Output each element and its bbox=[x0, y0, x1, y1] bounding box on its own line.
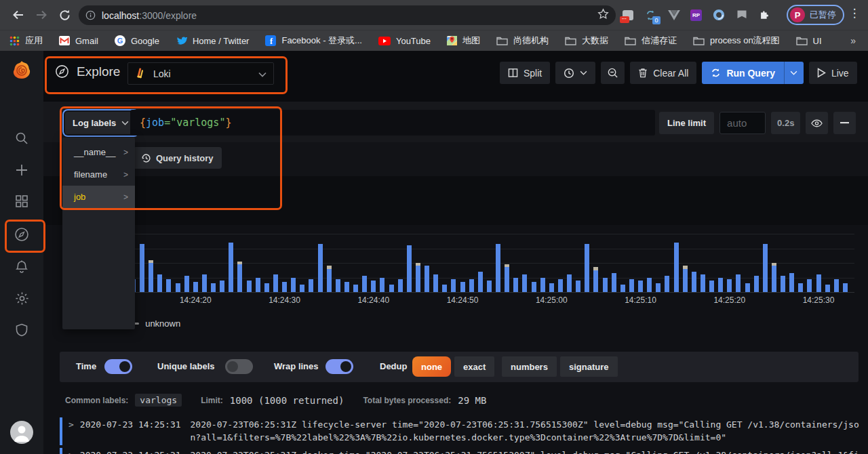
sidebar-create-icon[interactable] bbox=[0, 163, 43, 178]
bookmark-item[interactable]: process on流程图 bbox=[693, 35, 780, 47]
gridline bbox=[99, 278, 854, 278]
clock-icon bbox=[564, 68, 574, 79]
bar-debug bbox=[585, 244, 589, 292]
sidebar-search-icon[interactable] bbox=[0, 131, 43, 146]
gmail-icon bbox=[59, 36, 70, 45]
sidebar-alerting-icon[interactable] bbox=[0, 260, 43, 274]
bar-debug bbox=[309, 279, 313, 292]
dedup-option-exact[interactable]: exact bbox=[454, 356, 494, 377]
back-button[interactable] bbox=[8, 5, 28, 25]
logs-volume-chart: 01020304014:24:1014:24:2014:24:3014:24:4… bbox=[61, 225, 859, 310]
chevron-down-icon bbox=[121, 121, 129, 125]
bookmark-item[interactable]: 大数据 bbox=[565, 35, 608, 47]
log-row[interactable]: >2020-07-23 14:25:312020-07-23T06:25:31Z… bbox=[60, 417, 861, 445]
bar-debug bbox=[425, 266, 429, 292]
run-query-dropdown[interactable] bbox=[784, 62, 804, 84]
extensions-puzzle-icon[interactable] bbox=[758, 9, 771, 22]
axure-rp-extension-icon[interactable]: RP bbox=[690, 9, 702, 21]
bookmark-item[interactable]: 信浦存证 bbox=[625, 35, 677, 47]
clear-all-button[interactable]: Clear All bbox=[630, 62, 696, 84]
play-icon bbox=[817, 68, 826, 78]
query-expression-input[interactable]: {job="varlogs"} bbox=[130, 110, 655, 136]
dropdown-item-name[interactable]: __name__> bbox=[62, 141, 135, 163]
bar-debug bbox=[701, 274, 705, 292]
bar-debug bbox=[665, 276, 669, 292]
bar-debug bbox=[603, 278, 608, 293]
proxy-extension-icon[interactable]: 0 bbox=[644, 9, 657, 22]
url-bar[interactable]: localhost:3000/explore bbox=[79, 5, 616, 25]
bar-debug bbox=[718, 278, 723, 293]
ring-extension-icon[interactable] bbox=[712, 9, 725, 22]
dropdown-item-filename[interactable]: filename> bbox=[62, 163, 135, 186]
bookmarks-bar: 应用GmailGGoogleHome / TwitterfFacebook - … bbox=[0, 30, 868, 51]
log-labels-dropdown: __name__>filename>job> bbox=[62, 138, 135, 329]
bar-debug bbox=[549, 283, 554, 292]
query-history-button[interactable]: Query history bbox=[133, 147, 222, 169]
bookmark-item[interactable]: Gmail bbox=[59, 36, 98, 46]
history-icon bbox=[141, 153, 151, 163]
bar-debug bbox=[220, 281, 224, 292]
common-labels-label: Common labels: bbox=[65, 396, 128, 405]
dropdown-item-job[interactable]: job> bbox=[62, 186, 135, 208]
bar-unknown bbox=[416, 263, 420, 266]
live-button[interactable]: Live bbox=[809, 62, 857, 84]
shield-extension-icon[interactable] bbox=[735, 9, 748, 22]
log-row[interactable]: >2020-07-23 14:25:312020-07-23T06:25:31Z… bbox=[60, 448, 861, 454]
bar-debug bbox=[407, 245, 412, 292]
vue-devtools-icon[interactable] bbox=[667, 9, 680, 22]
sidebar-explore-icon[interactable] bbox=[0, 226, 43, 243]
bookmark-item[interactable]: fFacebook - 登录或... bbox=[265, 35, 361, 47]
bar-debug bbox=[629, 279, 634, 292]
zoom-out-button[interactable] bbox=[601, 62, 625, 84]
bar-debug bbox=[505, 267, 509, 292]
sidebar-dashboards-icon[interactable] bbox=[0, 194, 43, 209]
bookmark-item[interactable]: 地图 bbox=[447, 35, 480, 47]
maps-icon bbox=[447, 35, 457, 46]
line-limit-input[interactable] bbox=[719, 112, 766, 134]
split-button[interactable]: Split bbox=[500, 62, 550, 84]
bookmark-item[interactable]: 尚德机构 bbox=[496, 35, 549, 47]
folder-icon bbox=[796, 36, 808, 45]
bar-debug bbox=[398, 279, 403, 292]
browser-menu-icon[interactable]: ⋮ bbox=[848, 6, 861, 20]
zoom-out-icon bbox=[607, 67, 618, 79]
legend-item-unknown[interactable]: unknown bbox=[129, 318, 180, 329]
forward-button[interactable] bbox=[31, 5, 52, 25]
bar-debug bbox=[460, 282, 465, 292]
dedup-option-signature[interactable]: signature bbox=[560, 356, 618, 377]
browser-profile-chip[interactable]: P 已暂停 bbox=[787, 5, 844, 25]
unique-labels-toggle[interactable] bbox=[225, 359, 253, 374]
run-query-button[interactable]: Run Query bbox=[702, 62, 784, 84]
bar-debug bbox=[674, 243, 679, 292]
datasource-picker[interactable]: Loki bbox=[127, 62, 274, 85]
sidebar-server-admin-icon[interactable] bbox=[0, 323, 43, 337]
bookmark-item[interactable]: Home / Twitter bbox=[176, 36, 250, 46]
dedup-option-none[interactable]: none bbox=[412, 356, 451, 377]
grafana-logo[interactable] bbox=[0, 60, 43, 81]
bar-debug bbox=[176, 283, 180, 292]
log-labels-button[interactable]: Log labels bbox=[65, 112, 136, 134]
reload-icon bbox=[58, 9, 71, 22]
expand-chevron-icon[interactable]: > bbox=[68, 449, 74, 454]
disable-query-button[interactable] bbox=[806, 112, 828, 134]
bar-debug bbox=[692, 272, 696, 292]
line-limit-label: Line limit bbox=[659, 112, 714, 134]
reload-button[interactable] bbox=[54, 5, 75, 25]
expand-chevron-icon[interactable]: > bbox=[68, 418, 74, 444]
dedup-option-numbers[interactable]: numbers bbox=[502, 356, 557, 377]
bar-debug bbox=[478, 272, 483, 292]
sidebar-configuration-icon[interactable] bbox=[0, 291, 43, 306]
screenshot-extension-icon[interactable]: ··· bbox=[621, 9, 634, 22]
bookmarks-overflow-chevron[interactable]: » bbox=[850, 35, 856, 46]
time-toggle[interactable] bbox=[104, 359, 132, 374]
time-range-button[interactable] bbox=[555, 62, 595, 84]
user-avatar[interactable] bbox=[10, 421, 33, 444]
bookmark-item[interactable]: YouTube bbox=[378, 36, 431, 46]
bookmark-item[interactable]: GGoogle bbox=[115, 35, 159, 46]
bar-debug bbox=[513, 278, 518, 293]
wrap-lines-toggle[interactable] bbox=[326, 359, 353, 374]
bookmark-item[interactable]: UI bbox=[796, 36, 822, 46]
bookmark-item[interactable]: 应用 bbox=[9, 35, 43, 47]
bookmark-star-icon[interactable] bbox=[597, 8, 609, 22]
remove-query-button[interactable] bbox=[833, 112, 856, 134]
